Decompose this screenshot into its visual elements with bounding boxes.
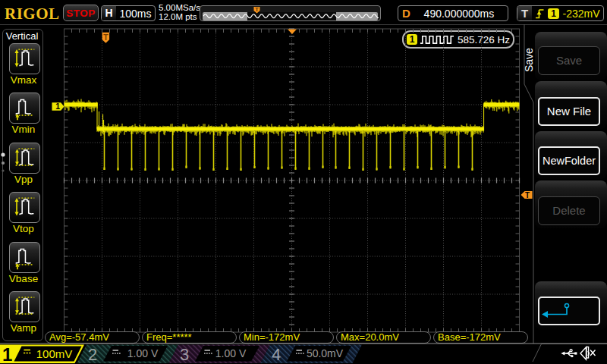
- svg-text:2: 2: [88, 345, 97, 364]
- svg-text:4: 4: [272, 345, 281, 364]
- svg-text:1: 1: [55, 102, 60, 111]
- svg-text:1: 1: [2, 344, 12, 364]
- svg-text:1.00 V: 1.00 V: [127, 347, 159, 359]
- svg-text:T: T: [103, 33, 109, 42]
- svg-text:T: T: [525, 191, 530, 199]
- svg-text:1.00 V: 1.00 V: [215, 347, 247, 359]
- svg-text:50.0mV: 50.0mV: [307, 347, 344, 359]
- svg-text:100mV: 100mV: [36, 347, 73, 360]
- svg-text:3: 3: [180, 345, 189, 364]
